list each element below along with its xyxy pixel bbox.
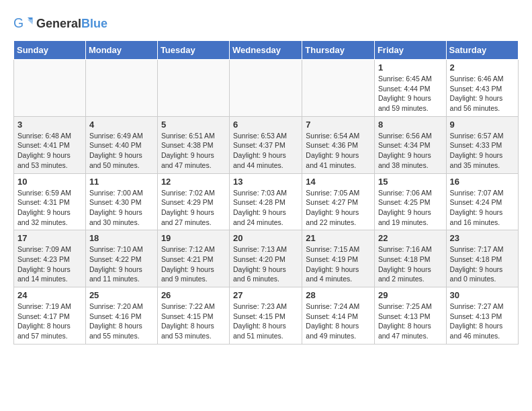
day-info: Sunrise: 7:06 AM Sunset: 4:25 PM Dayligh… [378,188,443,228]
calendar-cell [14,60,86,117]
day-info: Sunrise: 7:16 AM Sunset: 4:18 PM Dayligh… [378,244,443,284]
calendar-cell: 5Sunrise: 6:51 AM Sunset: 4:38 PM Daylig… [157,116,229,173]
calendar-cell: 10Sunrise: 6:59 AM Sunset: 4:31 PM Dayli… [14,173,86,230]
day-info: Sunrise: 6:51 AM Sunset: 4:38 PM Dayligh… [161,131,226,171]
week-row-5: 24Sunrise: 7:19 AM Sunset: 4:17 PM Dayli… [14,287,519,345]
day-info: Sunrise: 6:46 AM Sunset: 4:43 PM Dayligh… [450,74,515,113]
day-info: Sunrise: 7:27 AM Sunset: 4:13 PM Dayligh… [450,302,515,341]
calendar-cell: 23Sunrise: 7:17 AM Sunset: 4:18 PM Dayli… [446,230,518,287]
calendar-cell: 20Sunrise: 7:13 AM Sunset: 4:20 PM Dayli… [230,230,302,287]
day-number: 1 [378,62,443,73]
day-info: Sunrise: 6:54 AM Sunset: 4:36 PM Dayligh… [306,131,371,171]
day-number: 29 [378,290,443,300]
header: G GeneralBlue [13,13,519,34]
day-info: Sunrise: 7:22 AM Sunset: 4:15 PM Dayligh… [161,302,226,341]
day-number: 10 [17,177,82,187]
day-number: 4 [89,120,154,130]
day-info: Sunrise: 7:15 AM Sunset: 4:19 PM Dayligh… [306,244,371,284]
calendar-cell: 21Sunrise: 7:15 AM Sunset: 4:19 PM Dayli… [302,230,375,287]
calendar-cell: 6Sunrise: 6:53 AM Sunset: 4:37 PM Daylig… [230,116,302,173]
day-info: Sunrise: 7:24 AM Sunset: 4:14 PM Dayligh… [306,302,371,341]
weekday-header-tuesday: Tuesday [157,41,229,60]
logo-blue: Blue [81,17,107,30]
day-info: Sunrise: 7:23 AM Sunset: 4:15 PM Dayligh… [233,302,298,341]
week-row-2: 3Sunrise: 6:48 AM Sunset: 4:41 PM Daylig… [14,116,519,173]
day-number: 17 [17,233,82,243]
calendar-cell: 19Sunrise: 7:12 AM Sunset: 4:21 PM Dayli… [157,230,229,287]
day-number: 22 [378,233,443,243]
logo: G GeneralBlue [13,13,107,34]
day-info: Sunrise: 7:02 AM Sunset: 4:29 PM Dayligh… [161,188,226,228]
day-info: Sunrise: 7:13 AM Sunset: 4:20 PM Dayligh… [233,244,298,284]
day-info: Sunrise: 7:03 AM Sunset: 4:28 PM Dayligh… [233,188,298,228]
svg-marker-2 [28,19,33,25]
day-info: Sunrise: 7:00 AM Sunset: 4:30 PM Dayligh… [89,188,154,228]
weekday-header-thursday: Thursday [302,41,375,60]
day-info: Sunrise: 6:56 AM Sunset: 4:34 PM Dayligh… [378,131,443,171]
calendar-cell: 16Sunrise: 7:07 AM Sunset: 4:24 PM Dayli… [446,173,518,230]
day-number: 8 [378,120,443,130]
calendar-cell: 24Sunrise: 7:19 AM Sunset: 4:17 PM Dayli… [14,287,86,345]
day-number: 11 [89,177,154,187]
day-info: Sunrise: 6:59 AM Sunset: 4:31 PM Dayligh… [17,188,82,228]
day-info: Sunrise: 7:20 AM Sunset: 4:16 PM Dayligh… [89,302,154,341]
weekday-header-wednesday: Wednesday [230,41,302,60]
calendar-cell: 17Sunrise: 7:09 AM Sunset: 4:23 PM Dayli… [14,230,86,287]
day-number: 28 [306,290,371,300]
day-info: Sunrise: 6:57 AM Sunset: 4:33 PM Dayligh… [450,131,515,171]
day-number: 14 [306,177,371,187]
calendar-cell: 26Sunrise: 7:22 AM Sunset: 4:15 PM Dayli… [157,287,229,345]
day-info: Sunrise: 7:19 AM Sunset: 4:17 PM Dayligh… [17,302,82,341]
day-number: 30 [450,290,515,300]
day-info: Sunrise: 7:17 AM Sunset: 4:18 PM Dayligh… [450,244,515,284]
day-number: 12 [161,177,226,187]
day-number: 6 [233,120,298,130]
day-info: Sunrise: 6:49 AM Sunset: 4:40 PM Dayligh… [89,131,154,171]
calendar-cell: 22Sunrise: 7:16 AM Sunset: 4:18 PM Dayli… [374,230,446,287]
day-info: Sunrise: 6:45 AM Sunset: 4:44 PM Dayligh… [378,74,443,113]
calendar-cell: 2Sunrise: 6:46 AM Sunset: 4:43 PM Daylig… [446,60,518,117]
day-info: Sunrise: 7:25 AM Sunset: 4:13 PM Dayligh… [378,302,443,341]
day-info: Sunrise: 7:10 AM Sunset: 4:22 PM Dayligh… [89,244,154,284]
calendar-cell: 9Sunrise: 6:57 AM Sunset: 4:33 PM Daylig… [446,116,518,173]
day-number: 3 [17,120,82,130]
calendar-cell: 13Sunrise: 7:03 AM Sunset: 4:28 PM Dayli… [230,173,302,230]
day-number: 24 [17,290,82,300]
day-number: 7 [306,120,371,130]
day-number: 15 [378,177,443,187]
calendar: SundayMondayTuesdayWednesdayThursdayFrid… [13,40,519,345]
day-info: Sunrise: 7:12 AM Sunset: 4:21 PM Dayligh… [161,244,226,284]
calendar-cell: 25Sunrise: 7:20 AM Sunset: 4:16 PM Dayli… [85,287,157,345]
day-number: 9 [450,120,515,130]
calendar-cell: 18Sunrise: 7:10 AM Sunset: 4:22 PM Dayli… [85,230,157,287]
day-number: 19 [161,233,226,243]
calendar-cell [157,60,229,117]
calendar-cell: 3Sunrise: 6:48 AM Sunset: 4:41 PM Daylig… [14,116,86,173]
day-number: 27 [233,290,298,300]
calendar-cell: 27Sunrise: 7:23 AM Sunset: 4:15 PM Dayli… [230,287,302,345]
day-number: 13 [233,177,298,187]
day-info: Sunrise: 7:07 AM Sunset: 4:24 PM Dayligh… [450,188,515,228]
calendar-cell: 8Sunrise: 6:56 AM Sunset: 4:34 PM Daylig… [374,116,446,173]
logo-general: General [36,17,81,30]
calendar-cell [85,60,157,117]
calendar-cell [230,60,302,117]
week-row-3: 10Sunrise: 6:59 AM Sunset: 4:31 PM Dayli… [14,173,519,230]
svg-text:G: G [13,15,24,30]
calendar-cell [302,60,375,117]
weekday-header-saturday: Saturday [446,41,518,60]
day-info: Sunrise: 6:53 AM Sunset: 4:37 PM Dayligh… [233,131,298,171]
weekday-header-row: SundayMondayTuesdayWednesdayThursdayFrid… [14,41,519,60]
day-number: 21 [306,233,371,243]
day-info: Sunrise: 6:48 AM Sunset: 4:41 PM Dayligh… [17,131,82,171]
weekday-header-monday: Monday [85,41,157,60]
calendar-cell: 4Sunrise: 6:49 AM Sunset: 4:40 PM Daylig… [85,116,157,173]
day-number: 26 [161,290,226,300]
calendar-cell: 14Sunrise: 7:05 AM Sunset: 4:27 PM Dayli… [302,173,375,230]
calendar-cell: 28Sunrise: 7:24 AM Sunset: 4:14 PM Dayli… [302,287,375,345]
weekday-header-sunday: Sunday [14,41,86,60]
weekday-header-friday: Friday [374,41,446,60]
calendar-cell: 11Sunrise: 7:00 AM Sunset: 4:30 PM Dayli… [85,173,157,230]
calendar-cell: 1Sunrise: 6:45 AM Sunset: 4:44 PM Daylig… [374,60,446,117]
calendar-cell: 7Sunrise: 6:54 AM Sunset: 4:36 PM Daylig… [302,116,375,173]
